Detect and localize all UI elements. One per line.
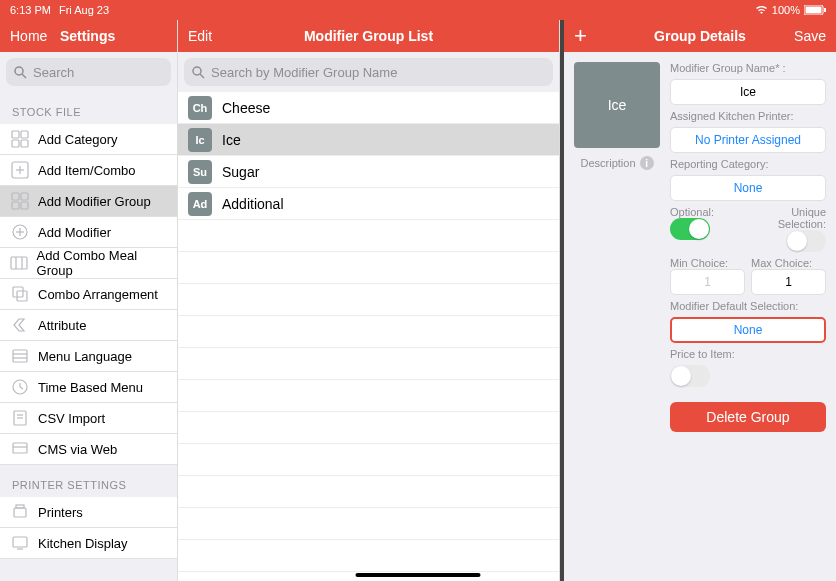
details-title: Group Details — [624, 28, 776, 44]
sidebar-item-icon — [10, 222, 30, 242]
price-label: Price to Item: — [670, 348, 826, 360]
svg-rect-6 — [21, 131, 28, 138]
sidebar-item-icon — [10, 160, 30, 180]
max-input[interactable]: 1 — [751, 269, 826, 295]
modifier-group-row[interactable]: AdAdditional — [178, 188, 559, 220]
svg-rect-2 — [824, 8, 826, 12]
sidebar-item[interactable]: Printers — [0, 497, 177, 528]
sidebar-item[interactable]: Kitchen Display — [0, 528, 177, 559]
svg-rect-12 — [12, 193, 19, 200]
sidebar: Home Settings Search STOCK FILE Add Cate… — [0, 20, 178, 581]
svg-rect-23 — [17, 291, 27, 301]
sidebar-item[interactable]: CMS via Web — [0, 434, 177, 465]
svg-rect-33 — [13, 443, 27, 453]
svg-line-29 — [20, 387, 23, 389]
category-label: Reporting Category: — [670, 158, 826, 170]
sidebar-item-label: Add Modifier — [38, 225, 111, 240]
modifier-group-row[interactable]: SuSugar — [178, 156, 559, 188]
sidebar-item-label: Time Based Menu — [38, 380, 143, 395]
svg-rect-14 — [12, 202, 19, 209]
add-button[interactable]: + — [574, 23, 624, 49]
svg-rect-7 — [12, 140, 19, 147]
category-select[interactable]: None — [670, 175, 826, 201]
sidebar-item-icon — [10, 315, 30, 335]
sidebar-item-label: Kitchen Display — [38, 536, 128, 551]
group-abbr: Ad — [188, 192, 212, 216]
save-button[interactable]: Save — [776, 28, 826, 44]
svg-rect-22 — [13, 287, 23, 297]
svg-rect-15 — [21, 202, 28, 209]
delete-button[interactable]: Delete Group — [670, 402, 826, 432]
group-name: Cheese — [222, 100, 270, 116]
unique-toggle[interactable] — [786, 230, 826, 252]
description-label[interactable]: Description i — [574, 156, 660, 170]
status-time: 6:13 PM — [10, 4, 51, 16]
details-panel: + Group Details Save Ice Description i M… — [560, 20, 836, 581]
home-button[interactable]: Home — [10, 28, 60, 44]
sidebar-item-icon — [10, 408, 30, 428]
name-label: Modifier Group Name* : — [670, 62, 826, 74]
sidebar-item[interactable]: Add Modifier Group — [0, 186, 177, 217]
search-icon — [192, 66, 205, 79]
sidebar-search[interactable]: Search — [6, 58, 171, 86]
list-title: Modifier Group List — [238, 28, 499, 44]
svg-rect-35 — [14, 508, 26, 517]
group-name: Ice — [222, 132, 241, 148]
modifier-group-row[interactable]: IcIce — [178, 124, 559, 156]
sidebar-item-label: Combo Arrangement — [38, 287, 158, 302]
sidebar-item-label: Printers — [38, 505, 83, 520]
optional-toggle[interactable] — [670, 218, 710, 240]
battery-pct: 100% — [772, 4, 800, 16]
min-label: Min Choice: — [670, 257, 745, 269]
sidebar-item-label: CMS via Web — [38, 442, 117, 457]
modifier-list-panel: Edit Modifier Group List Search by Modif… — [178, 20, 560, 581]
default-select[interactable]: None — [670, 317, 826, 343]
svg-rect-36 — [16, 505, 24, 508]
edit-button[interactable]: Edit — [188, 28, 238, 44]
sidebar-item-label: Add Modifier Group — [38, 194, 151, 209]
section-printer-settings: PRINTER SETTINGS — [0, 465, 177, 497]
price-toggle[interactable] — [670, 365, 710, 387]
sidebar-item-icon — [10, 253, 29, 273]
sidebar-item[interactable]: Time Based Menu — [0, 372, 177, 403]
wifi-icon — [755, 5, 768, 15]
sidebar-item[interactable]: CSV Import — [0, 403, 177, 434]
sidebar-item-label: Add Combo Meal Group — [37, 248, 167, 278]
search-icon — [14, 66, 27, 79]
svg-point-39 — [193, 67, 201, 75]
sidebar-item-icon — [10, 502, 30, 522]
status-bar: 6:13 PM Fri Aug 23 100% — [0, 0, 836, 20]
group-thumbnail[interactable]: Ice — [574, 62, 660, 148]
sidebar-item[interactable]: Add Combo Meal Group — [0, 248, 177, 279]
svg-rect-24 — [13, 350, 27, 362]
sidebar-item[interactable]: Add Item/Combo — [0, 155, 177, 186]
info-icon: i — [640, 156, 654, 170]
modifier-search[interactable]: Search by Modifier Group Name — [184, 58, 553, 86]
sidebar-item[interactable]: Menu Language — [0, 341, 177, 372]
svg-rect-37 — [13, 537, 27, 547]
sidebar-item-label: Add Item/Combo — [38, 163, 136, 178]
sidebar-item[interactable]: Add Category — [0, 124, 177, 155]
home-indicator[interactable] — [356, 573, 481, 577]
group-name: Sugar — [222, 164, 259, 180]
group-abbr: Ic — [188, 128, 212, 152]
sidebar-item-icon — [10, 439, 30, 459]
empty-rows — [178, 220, 559, 581]
sidebar-item-icon — [10, 346, 30, 366]
group-name: Additional — [222, 196, 284, 212]
sidebar-item[interactable]: Attribute — [0, 310, 177, 341]
svg-rect-13 — [21, 193, 28, 200]
min-input[interactable]: 1 — [670, 269, 745, 295]
svg-rect-19 — [11, 257, 27, 269]
optional-label: Optional: — [670, 206, 745, 218]
name-input[interactable]: Ice — [670, 79, 826, 105]
status-date: Fri Aug 23 — [59, 4, 109, 16]
svg-point-3 — [15, 67, 23, 75]
sidebar-item[interactable]: Combo Arrangement — [0, 279, 177, 310]
sidebar-item[interactable]: Add Modifier — [0, 217, 177, 248]
modifier-group-row[interactable]: ChCheese — [178, 92, 559, 124]
settings-title: Settings — [60, 28, 115, 44]
sidebar-item-icon — [10, 191, 30, 211]
group-abbr: Su — [188, 160, 212, 184]
printer-select[interactable]: No Printer Assigned — [670, 127, 826, 153]
